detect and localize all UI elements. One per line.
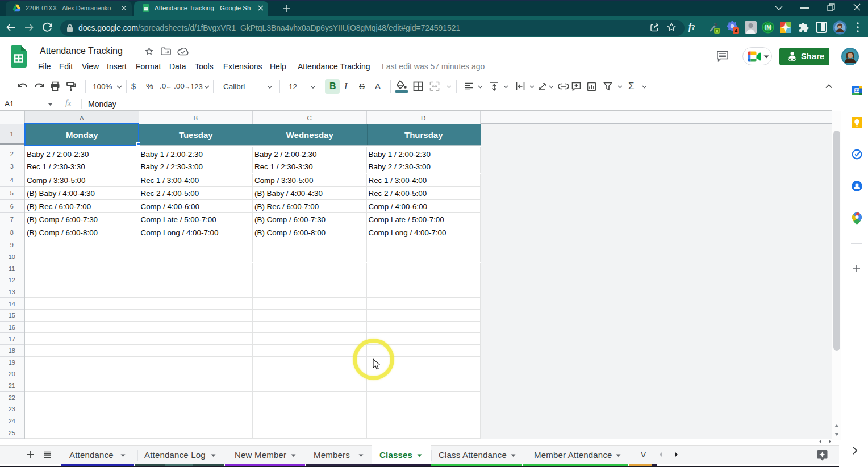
svg-text:31: 31 (855, 89, 859, 93)
svg-text:iM: iM (765, 24, 771, 31)
svg-text:4: 4 (735, 28, 737, 34)
